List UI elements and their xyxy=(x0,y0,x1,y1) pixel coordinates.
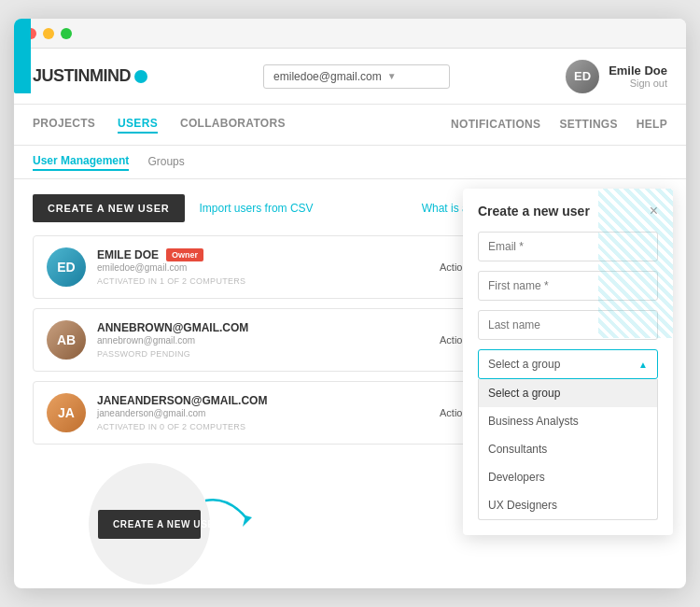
svg-marker-0 xyxy=(243,515,252,527)
tab-user-management[interactable]: User Management xyxy=(33,154,129,171)
lastname-field[interactable] xyxy=(478,310,658,340)
user-card-emile: ED EMILE DOE Owner emiledoe@gmail.com AC… xyxy=(33,235,499,299)
traffic-light-green[interactable] xyxy=(61,28,72,39)
user-email-anne: annebrown@gmail.com xyxy=(97,335,428,346)
nav-help[interactable]: Help xyxy=(637,118,667,133)
header-center: emiledoe@gmail.com ▼ xyxy=(263,64,450,89)
nav-collaborators[interactable]: COLLABORATORS xyxy=(180,117,286,134)
email-field[interactable] xyxy=(478,232,658,261)
dropdown-option-select-group[interactable]: Select a group xyxy=(479,379,657,407)
user-email-emile: emiledoe@gmail.com xyxy=(97,262,428,273)
modal-title: Create a new user xyxy=(478,204,590,219)
user-card-name-jane: JANEANDERSON@GMAIL.COM xyxy=(97,394,428,407)
toolbar: CREATE A NEW USER Import users from CSV … xyxy=(33,194,499,222)
user-details-anne: ANNEBROWN@GMAIL.COM annebrown@gmail.com … xyxy=(97,321,428,359)
teal-accent-bar xyxy=(14,19,31,93)
user-name: Emile Doe xyxy=(609,64,667,78)
owner-badge: Owner xyxy=(166,248,203,261)
left-panel: CREATE A NEW USER Import users from CSV … xyxy=(33,194,499,573)
user-email-jane: janeanderson@gmail.com xyxy=(97,408,428,418)
user-info: Emile Doe Sign out xyxy=(609,64,667,89)
create-new-user-button[interactable]: CREATE A NEW USER xyxy=(33,194,185,222)
logo-dot xyxy=(134,70,147,83)
nav-settings[interactable]: SETTINGS xyxy=(559,118,617,133)
nav-users[interactable]: USERS xyxy=(118,117,158,134)
title-bar xyxy=(14,19,686,49)
curved-arrow-icon xyxy=(201,491,257,538)
nav-projects[interactable]: PROJECTS xyxy=(33,117,95,134)
user-card-name-emile: EMILE DOE Owner xyxy=(97,248,428,261)
nav-notifications[interactable]: NOTIFICATIONS xyxy=(451,118,540,133)
user-status-emile: ACTIVATED IN 1 of 2 computers xyxy=(97,276,428,286)
chevron-up-icon: ▲ xyxy=(638,360,648,370)
avatar-initials: ED xyxy=(574,69,591,83)
app-header: JUSTINMIND emiledoe@gmail.com ▼ ED Emile… xyxy=(14,49,686,105)
user-details-jane: JANEANDERSON@GMAIL.COM janeanderson@gmai… xyxy=(97,394,428,431)
dropdown-option-developers[interactable]: Developers xyxy=(479,463,657,491)
sub-tabs: User Management Groups xyxy=(14,146,686,179)
avatar-emile: ED xyxy=(47,247,86,287)
traffic-light-yellow[interactable] xyxy=(43,28,54,39)
group-select-label: Select a group xyxy=(488,358,560,371)
main-nav: PROJECTS USERS COLLABORATORS NOTIFICATIO… xyxy=(14,105,686,146)
main-content: CREATE A NEW USER Import users from CSV … xyxy=(14,179,686,588)
avatar: ED xyxy=(566,60,599,93)
app-window: JUSTINMIND emiledoe@gmail.com ▼ ED Emile… xyxy=(14,19,686,588)
dropdown-option-ux-designers[interactable]: UX Designers xyxy=(479,491,657,519)
user-card-jane: JA JANEANDERSON@GMAIL.COM janeanderson@g… xyxy=(33,381,499,445)
user-status-jane: ACTIVATED IN 0 of 2 computers xyxy=(97,422,428,431)
modal-close-button[interactable]: × xyxy=(650,204,658,219)
create-user-modal: Create a new user × Select a group ▲ Sel… xyxy=(463,189,673,535)
create-circle-button[interactable]: CREATE A NEW USER xyxy=(98,510,201,539)
create-circle: CREATE A NEW USER xyxy=(89,463,210,585)
avatar-jane: JA xyxy=(47,393,86,432)
header-user: ED Emile Doe Sign out xyxy=(566,60,667,93)
avatar-anne: AB xyxy=(47,320,86,360)
user-details-emile: EMILE DOE Owner emiledoe@gmail.com ACTIV… xyxy=(97,248,428,286)
modal-header: Create a new user × xyxy=(478,204,658,219)
email-value: emiledoe@gmail.com xyxy=(273,70,382,83)
tab-groups[interactable]: Groups xyxy=(147,155,184,170)
user-card-name-anne: ANNEBROWN@GMAIL.COM xyxy=(97,321,428,334)
dropdown-option-business-analysts[interactable]: Business Analysts xyxy=(479,407,657,435)
import-csv-link[interactable]: Import users from CSV xyxy=(200,202,314,215)
dropdown-option-consultants[interactable]: Consultants xyxy=(479,435,657,463)
group-select[interactable]: Select a group ▲ xyxy=(478,349,658,379)
sign-out-link[interactable]: Sign out xyxy=(609,78,667,89)
logo: JUSTINMIND xyxy=(33,66,147,86)
logo-text: JUSTINMIND xyxy=(33,66,131,86)
user-card-anne: AB ANNEBROWN@GMAIL.COM annebrown@gmail.c… xyxy=(33,308,499,372)
group-dropdown-list: Select a group Business Analysts Consult… xyxy=(478,379,658,520)
nav-left: PROJECTS USERS COLLABORATORS xyxy=(33,117,286,134)
firstname-field[interactable] xyxy=(478,271,658,301)
nav-right: NOTIFICATIONS SETTINGS Help xyxy=(451,118,667,133)
email-dropdown[interactable]: emiledoe@gmail.com ▼ xyxy=(263,64,450,89)
chevron-down-icon: ▼ xyxy=(387,71,440,81)
user-status-anne: PASSWORD PENDING xyxy=(97,349,428,359)
